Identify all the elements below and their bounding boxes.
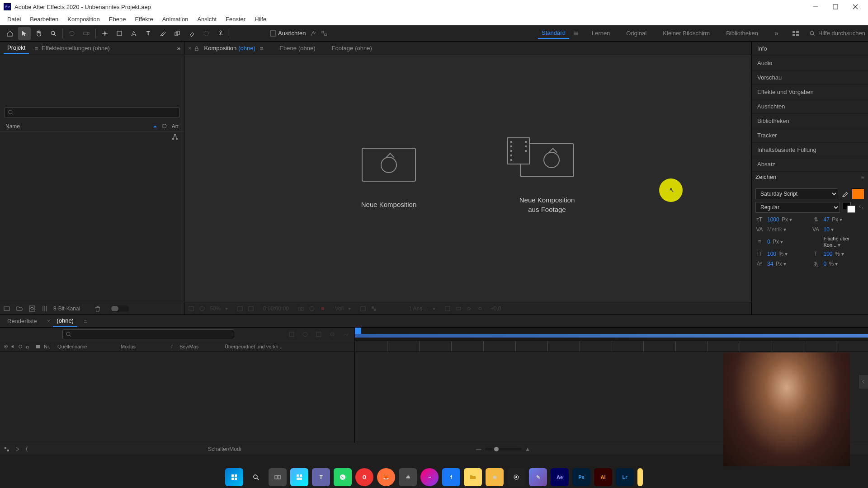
font-size-value[interactable]: 1000 <box>767 216 779 223</box>
brush-tool[interactable] <box>156 27 169 40</box>
zoom-out-icon[interactable]: — <box>476 446 481 452</box>
adjustment-icon[interactable] <box>41 305 49 313</box>
brace-icon[interactable] <box>25 446 32 452</box>
menu-ansicht[interactable]: Ansicht <box>193 14 221 24</box>
toggle-switches-icon[interactable] <box>4 446 10 452</box>
local-axis-tool[interactable] <box>233 27 245 40</box>
taskbar-start[interactable] <box>225 468 243 486</box>
playhead[interactable] <box>355 328 361 334</box>
schalter-modi-label[interactable]: Schalter/Modi <box>208 446 241 452</box>
workspace-bibliotheken[interactable]: Bibliotheken <box>722 28 762 38</box>
section-audio[interactable]: Audio <box>752 56 868 70</box>
roi-icon[interactable] <box>360 305 366 312</box>
zeichen-menu-icon[interactable]: ≡ <box>861 174 864 180</box>
audio-toggle[interactable] <box>10 343 16 350</box>
col-bewmas[interactable]: BewMas <box>179 344 225 349</box>
taskbar-overflow[interactable] <box>637 468 643 486</box>
label-color-icon[interactable] <box>35 343 41 350</box>
taskbar-obs[interactable] <box>507 468 525 486</box>
comp-mini-icon[interactable] <box>288 331 295 338</box>
tsume-dd[interactable]: ▾ <box>834 261 838 267</box>
exposure-value[interactable]: +0,0 <box>491 305 501 312</box>
transparency-icon[interactable] <box>371 305 377 312</box>
solo-toggle[interactable] <box>17 343 24 350</box>
new-comp-icon[interactable] <box>28 305 36 313</box>
section-info[interactable]: Info <box>752 42 868 56</box>
text-tool[interactable]: T <box>142 27 155 40</box>
hscale-value[interactable]: 100 <box>824 251 833 257</box>
taskbar-taskview[interactable] <box>269 468 287 486</box>
search-placeholder[interactable]: Hilfe durchsuchen <box>818 30 865 37</box>
shape-tool[interactable] <box>113 27 126 40</box>
zoom-in-icon[interactable]: ▲ <box>525 446 530 452</box>
tsume-value[interactable]: 0 <box>824 261 827 267</box>
timeline-tab-close[interactable]: × <box>47 318 51 324</box>
color-channel-icon[interactable] <box>320 305 326 312</box>
snapshot-icon[interactable] <box>298 305 304 312</box>
tab-footage[interactable]: Footage (ohne) <box>327 43 376 53</box>
graph-editor-icon[interactable] <box>343 331 349 338</box>
sort-icon[interactable] <box>152 123 158 130</box>
taskbar-search[interactable] <box>247 468 265 486</box>
visibility-toggle[interactable] <box>3 343 9 350</box>
tab-projekt[interactable]: Projekt <box>4 42 29 54</box>
lock-icon[interactable] <box>193 45 200 52</box>
view-value[interactable]: 1 Ansi... <box>409 305 428 312</box>
taskbar-app2[interactable]: ※ <box>399 468 417 486</box>
timecode-value[interactable]: 0:00:00:00 <box>263 305 289 312</box>
puppet-tool[interactable] <box>214 27 227 40</box>
stroke-value[interactable]: 0 <box>767 239 770 245</box>
col-t[interactable]: T <box>170 344 179 349</box>
menu-komposition[interactable]: Komposition <box>63 14 104 24</box>
resolution-value[interactable]: Voll <box>335 305 344 312</box>
selection-tool[interactable] <box>18 27 31 40</box>
kerning-value[interactable]: Metrik <box>767 226 782 233</box>
baseline-dd[interactable]: ▾ <box>782 261 786 267</box>
tracking-dd[interactable]: ▾ <box>830 226 834 233</box>
col-modus[interactable]: Modus <box>121 344 170 349</box>
taskbar-app1[interactable]: O <box>355 468 373 486</box>
section-effekte[interactable]: Effekte und Vorgaben <box>752 85 868 99</box>
menu-hilfe[interactable]: Hilfe <box>250 14 271 24</box>
tab-renderliste[interactable]: Renderliste <box>4 316 41 326</box>
camera-tool[interactable] <box>80 27 93 40</box>
zoom-tool[interactable] <box>47 27 60 40</box>
pixel-aspect-icon[interactable] <box>455 305 462 312</box>
interpret-icon[interactable] <box>3 305 11 313</box>
shy-icon[interactable] <box>302 331 308 338</box>
lock-toggle[interactable] <box>24 343 31 350</box>
col-quellenname[interactable]: Quellenname <box>57 344 121 349</box>
stroke-dd[interactable]: ▾ <box>779 239 783 245</box>
fill-color-swatch[interactable] <box>852 188 864 199</box>
frame-blend-icon[interactable] <box>316 331 322 338</box>
stroke-color-swatch[interactable] <box>843 202 855 213</box>
checkbox-icon[interactable] <box>270 30 276 37</box>
show-snapshot-icon[interactable] <box>309 305 315 312</box>
workspace-original[interactable]: Original <box>623 28 650 38</box>
taskbar-whatsapp[interactable] <box>334 468 352 486</box>
col-art[interactable]: Art <box>172 123 179 130</box>
taskbar-lightroom[interactable]: Lr <box>616 468 634 486</box>
menu-datei[interactable]: Datei <box>3 14 25 24</box>
tab-timeline-none[interactable]: (ohne) <box>53 315 77 327</box>
stroke-opt-dd[interactable]: ▾ <box>836 242 840 248</box>
tab-menu-icon[interactable]: ≡ <box>34 45 38 52</box>
snap-options-icon[interactable] <box>321 30 327 37</box>
baseline-value[interactable]: 34 <box>767 261 773 267</box>
folder-icon[interactable] <box>15 305 24 313</box>
fast-preview-icon[interactable] <box>466 305 472 312</box>
comp-tab-close[interactable]: × <box>188 45 192 52</box>
leading-dd[interactable]: ▾ <box>838 216 842 223</box>
panel-overflow-icon[interactable]: » <box>177 45 180 52</box>
tag-icon[interactable] <box>162 123 168 130</box>
section-vorschau[interactable]: Vorschau <box>752 70 868 85</box>
ausrichten-label[interactable]: Ausrichten <box>278 30 306 37</box>
snap-icon[interactable] <box>310 30 316 37</box>
section-zeichen[interactable]: Zeichen <box>755 174 776 180</box>
motion-blur-icon[interactable] <box>329 331 335 338</box>
workspace-kleiner[interactable]: Kleiner Bildschirm <box>659 28 713 38</box>
tab-effekteinstellungen[interactable]: Effekteinstellungen (ohne) <box>38 43 113 53</box>
taskbar-illustrator[interactable]: Ai <box>594 468 612 486</box>
trash-icon[interactable] <box>94 305 102 313</box>
taskbar-photoshop[interactable]: Ps <box>572 468 590 486</box>
